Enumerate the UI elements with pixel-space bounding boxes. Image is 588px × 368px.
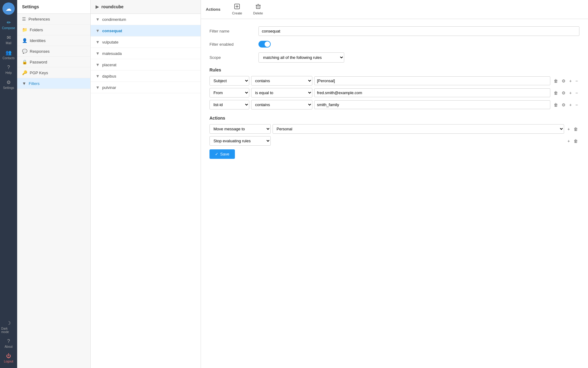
filter-funnel-icon: ▼ [96,85,100,90]
folders-icon: 📁 [22,27,27,32]
rule-row: Subject From To CC list-id contains is e… [209,76,579,86]
rule-condition-select-3[interactable]: contains is equal to does not contain [251,100,312,109]
filter-funnel-icon: ▼ [96,40,100,44]
filter-enabled-row: Filter enabled [209,41,579,48]
nav-item-dark-mode[interactable]: ☽ Dark mode [0,318,17,336]
mail-icon: ✉ [7,35,11,40]
menu-label-identities: Identities [30,38,46,43]
filter-item-malesuada[interactable]: ▼ malesuada [91,48,201,59]
nav-item-mail[interactable]: ✉ Mail [0,32,17,47]
nav-item-compose[interactable]: ✏ Compose [0,17,17,32]
menu-item-pgp-keys[interactable]: 🔑 PGP Keys [17,67,90,78]
nav-item-settings[interactable]: ⚙ Settings [0,77,17,92]
nav-item-about[interactable]: ? About [0,336,17,351]
filter-item-label: condimentum [102,17,126,22]
menu-label-folders: Folders [30,28,43,32]
settings-icon: ⚙ [6,79,11,85]
rule-delete-btn-1[interactable]: 🗑 [552,77,560,85]
filter-name-control [258,26,579,36]
app-logo: ☁ [2,2,15,15]
nav-item-settings-label: Settings [3,86,14,90]
rules-container: Subject From To CC list-id contains is e… [209,76,579,109]
rule-delete-btn-3[interactable]: 🗑 [552,101,560,109]
filter-funnel-icon: ▼ [96,51,100,56]
rule-value-input-3[interactable] [314,100,550,109]
action-type-select-2[interactable]: Move message to Stop evaluating rules Re… [209,136,271,146]
filter-enabled-control [258,41,579,48]
rule-delete-btn-2[interactable]: 🗑 [552,89,560,97]
rule-add-btn-3[interactable]: + [568,101,573,109]
filter-item-consequat[interactable]: ▼ consequat [91,25,201,36]
filters-icon: ▼ [22,81,26,86]
menu-label-filters: Filters [29,81,40,86]
filter-group-label: roundcube [101,4,123,9]
chevron-right-icon: ▶ [96,4,99,9]
rule-row: Subject From To CC list-id contains is e… [209,100,579,109]
rule-field-select-2[interactable]: Subject From To CC list-id [209,88,249,98]
action-value-select-1[interactable]: Personal Inbox Trash Spam [273,124,564,134]
filter-item-condimentum[interactable]: ▼ condimentum [91,14,201,25]
action-type-select-1[interactable]: Move message to Stop evaluating rules Re… [209,124,271,134]
filter-funnel-icon: ▼ [96,28,100,33]
menu-item-folders[interactable]: 📁 Folders [17,25,90,35]
rule-settings-btn-2[interactable]: ⚙ [560,89,567,97]
delete-button[interactable]: Delete [251,2,266,16]
menu-item-identities[interactable]: 👤 Identities [17,35,90,46]
filter-enabled-toggle[interactable] [258,41,271,48]
filter-funnel-icon: ▼ [96,62,100,67]
logout-icon: ⏻ [6,353,11,359]
rule-field-select-1[interactable]: Subject From To CC list-id [209,76,249,86]
menu-label-responses: Responses [30,49,50,54]
rule-condition-select-2[interactable]: contains is equal to does not contain [251,88,312,98]
nav-item-logout[interactable]: ⏻ Logout [0,351,17,366]
scope-select[interactable]: matching all of the following rules matc… [258,52,344,63]
filter-name-label: Filter name [209,29,258,33]
action-delete-btn-1[interactable]: 🗑 [572,125,579,133]
filter-item-dapibus[interactable]: ▼ dapibus [91,71,201,82]
filter-name-input[interactable] [258,26,579,36]
rule-value-input-2[interactable] [314,88,550,97]
filter-item-pulvinar[interactable]: ▼ pulvinar [91,82,201,93]
rule-settings-btn-1[interactable]: ⚙ [560,77,567,85]
compose-icon: ✏ [7,20,11,25]
rules-section-title: Rules [209,67,579,72]
rule-remove-btn-3[interactable]: − [574,101,579,109]
rule-settings-btn-3[interactable]: ⚙ [560,101,567,109]
scope-row: Scope matching all of the following rule… [209,52,579,63]
rule-actions-3: 🗑 ⚙ + − [552,101,579,109]
filter-list-header: ▶ roundcube [91,0,201,14]
create-button[interactable]: Create [230,2,245,16]
rule-value-input-1[interactable] [314,76,550,85]
action-add-btn-1[interactable]: + [566,125,571,133]
actions-toolbar: Actions Create Delete [201,0,588,19]
rule-add-btn-2[interactable]: + [568,89,573,97]
filter-enabled-label: Filter enabled [209,42,258,47]
filter-item-placerat[interactable]: ▼ placerat [91,59,201,71]
menu-item-password[interactable]: 🔒 Password [17,57,90,67]
left-navigation: ☁ ✏ Compose ✉ Mail 👥 Contacts ? Help ⚙ S… [0,0,17,368]
filter-item-vulputate[interactable]: ▼ vulputate [91,36,201,48]
menu-item-preferences[interactable]: ☰ Preferences [17,14,90,25]
filter-list-panel: ▶ roundcube ▼ condimentum ▼ consequat ▼ … [91,0,201,368]
save-checkmark-icon: ✓ [215,152,218,156]
rule-remove-btn-2[interactable]: − [574,89,579,97]
menu-item-filters[interactable]: ▼ Filters [17,78,90,89]
save-button[interactable]: ✓ Save [209,149,235,159]
delete-label: Delete [253,11,263,15]
menu-item-responses[interactable]: 💬 Responses [17,46,90,57]
rule-actions-2: 🗑 ⚙ + − [552,89,579,97]
rule-remove-btn-1[interactable]: − [574,77,579,85]
nav-item-dark-mode-label: Dark mode [1,327,16,334]
rule-field-select-3[interactable]: Subject From To CC list-id [209,100,249,109]
action-delete-btn-2[interactable]: 🗑 [572,137,579,145]
actions-section-title: Actions [209,116,579,121]
action-add-btn-2[interactable]: + [566,137,571,145]
pgp-keys-icon: 🔑 [22,70,27,75]
nav-item-contacts[interactable]: 👥 Contacts [0,47,17,62]
rule-add-btn-1[interactable]: + [568,77,573,85]
menu-label-pgp-keys: PGP Keys [30,71,48,75]
filter-funnel-icon: ▼ [96,17,100,22]
rule-condition-select-1[interactable]: contains is equal to does not contain [251,76,312,86]
nav-item-help[interactable]: ? Help [0,62,17,77]
settings-sidebar: Settings ☰ Preferences 📁 Folders 👤 Ident… [17,0,91,368]
